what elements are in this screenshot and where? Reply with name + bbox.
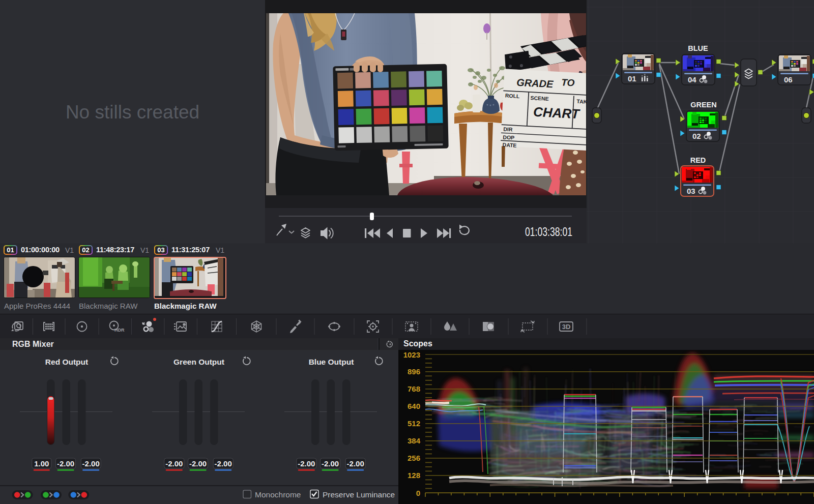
svg-text:TO: TO [561,77,575,88]
svg-text:-2.00: -2.00 [298,459,315,468]
svg-text:01: 01 [628,74,636,83]
svg-text:-2.00: -2.00 [215,459,232,468]
svg-text:-2.00: -2.00 [82,459,100,468]
svg-text:-2.00: -2.00 [57,459,74,468]
svg-text:SCENE: SCENE [530,95,549,102]
svg-text:768: 768 [408,384,420,393]
svg-text:TAKE: TAKE [576,98,586,105]
svg-text:1.00: 1.00 [34,459,49,468]
svg-text:Green Output: Green Output [173,358,224,366]
svg-text:Red Output: Red Output [45,358,88,366]
svg-text:-2.00: -2.00 [165,459,183,468]
svg-text:DOP: DOP [503,134,514,140]
svg-text:Monochrome: Monochrome [255,490,301,499]
svg-text:-2.00: -2.00 [347,459,364,468]
svg-text:3D: 3D [562,323,571,331]
svg-text:512: 512 [408,419,420,428]
svg-text:256: 256 [408,454,420,462]
svg-text:-2.00: -2.00 [189,459,207,468]
svg-text:02: 02 [692,132,701,140]
svg-text:ROLL: ROLL [505,93,520,100]
svg-text:Blue Output: Blue Output [309,358,354,366]
svg-text:128: 128 [408,471,420,480]
svg-text:BLUE: BLUE [688,44,708,52]
svg-text:04: 04 [688,75,696,84]
svg-text:-2.00: -2.00 [322,459,339,468]
svg-text:03: 03 [687,187,695,195]
svg-text:GRADE: GRADE [516,77,554,90]
svg-text:1023: 1023 [403,350,420,359]
svg-text:06: 06 [784,75,793,84]
svg-text:896: 896 [408,367,420,376]
svg-text:RED: RED [690,156,706,164]
svg-text:GREEN: GREEN [690,101,717,109]
svg-text:384: 384 [408,436,421,445]
svg-text:0: 0 [416,489,420,497]
svg-text:640: 640 [408,402,420,410]
svg-text:HDR: HDR [114,328,125,333]
svg-text:Preserve Luminance: Preserve Luminance [323,490,395,499]
svg-text:DIR: DIR [503,126,513,132]
svg-text:DATE: DATE [502,141,516,148]
svg-text:01:03:38:01: 01:03:38:01 [525,225,572,239]
